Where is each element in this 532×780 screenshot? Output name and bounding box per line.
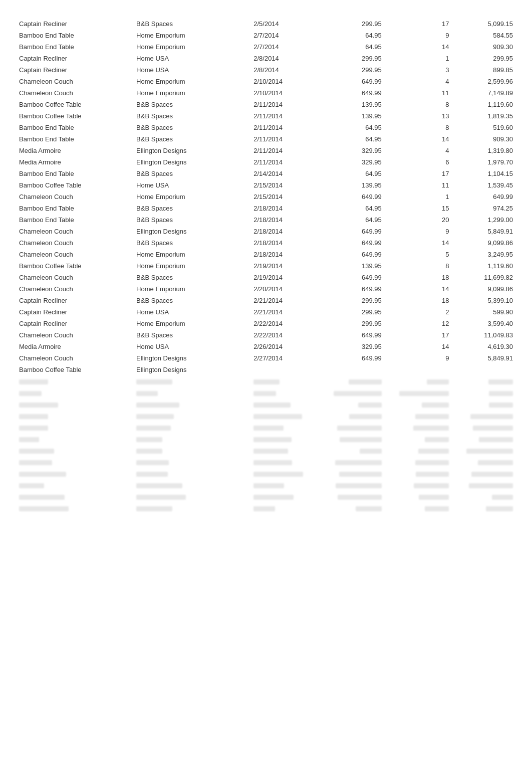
table-cell: 64.95 — [320, 41, 386, 53]
table-cell-blurred — [249, 445, 320, 456]
table-row: Bamboo End TableHome Emporium2/7/201464.… — [15, 41, 517, 53]
table-row: Chameleon CouchHome Emporium2/15/2014649… — [15, 191, 517, 203]
table-cell: 2/7/2014 — [249, 30, 320, 41]
table-cell-blurred — [386, 375, 453, 387]
table-cell: 2/21/2014 — [249, 295, 320, 306]
table-cell: Ellington Designs — [132, 364, 249, 375]
table-row: Bamboo End TableHome Emporium2/7/201464.… — [15, 30, 517, 41]
table-cell: 899.85 — [453, 64, 517, 76]
table-cell: Bamboo End Table — [15, 133, 132, 145]
table-cell-blurred — [15, 433, 132, 445]
table-cell-blurred — [15, 410, 132, 422]
table-cell: B&B Spaces — [132, 295, 249, 306]
table-cell: 2/21/2014 — [249, 306, 320, 318]
table-row: Chameleon CouchHome Emporium2/10/2014649… — [15, 87, 517, 99]
table-cell-blurred — [132, 456, 249, 468]
table-cell: 18 — [386, 295, 453, 306]
table-cell: Bamboo Coffee Table — [15, 260, 132, 272]
table-cell: Home Emporium — [132, 87, 249, 99]
table-cell-blurred — [249, 375, 320, 387]
table-cell: 11,049.83 — [453, 329, 517, 341]
table-row-blurred — [15, 479, 517, 491]
table-cell: Captain Recliner — [15, 53, 132, 64]
table-cell-blurred — [249, 491, 320, 502]
table-cell: Ellington Designs — [132, 352, 249, 364]
table-cell: 14 — [386, 41, 453, 53]
table-cell: 329.95 — [320, 341, 386, 352]
table-cell: B&B Spaces — [132, 237, 249, 249]
table-cell: B&B Spaces — [132, 272, 249, 283]
table-row: Captain ReclinerHome Emporium2/22/201429… — [15, 318, 517, 329]
table-cell: 299.95 — [453, 53, 517, 64]
table-cell-blurred — [132, 375, 249, 387]
table-row-blurred — [15, 375, 517, 387]
table-cell: Home USA — [132, 306, 249, 318]
table-cell: 299.95 — [320, 295, 386, 306]
table-cell: 139.95 — [320, 179, 386, 191]
table-cell: 2/10/2014 — [249, 87, 320, 99]
table-cell: Bamboo End Table — [15, 41, 132, 53]
table-cell: 299.95 — [320, 18, 386, 30]
table-cell: Chameleon Couch — [15, 272, 132, 283]
table-cell: 139.95 — [320, 99, 386, 110]
table-cell-blurred — [386, 468, 453, 479]
table-cell: 8 — [386, 260, 453, 272]
table-row-blurred — [15, 456, 517, 468]
table-cell: 1,119.60 — [453, 99, 517, 110]
table-cell-blurred — [15, 456, 132, 468]
table-cell: Home Emporium — [132, 41, 249, 53]
table-row-blurred — [15, 387, 517, 399]
table-row: Captain ReclinerHome USA2/8/2014299.9512… — [15, 53, 517, 64]
table-cell: 2/20/2014 — [249, 283, 320, 295]
table-cell: 584.55 — [453, 30, 517, 41]
table-cell-blurred — [453, 502, 517, 514]
table-cell-blurred — [453, 479, 517, 491]
table-cell: 9 — [386, 30, 453, 41]
table-cell-blurred — [320, 422, 386, 433]
table-cell: 1,979.70 — [453, 156, 517, 168]
table-cell: 11 — [386, 87, 453, 99]
table-cell: 17 — [386, 168, 453, 179]
table-cell-blurred — [249, 433, 320, 445]
table-cell: 2/5/2014 — [249, 18, 320, 30]
table-cell: 2/15/2014 — [249, 191, 320, 203]
table-cell: 2/15/2014 — [249, 179, 320, 191]
table-cell: Ellington Designs — [132, 156, 249, 168]
table-cell: Bamboo Coffee Table — [15, 179, 132, 191]
table-cell: Home Emporium — [132, 260, 249, 272]
table-cell-blurred — [15, 468, 132, 479]
table-cell: 7,149.89 — [453, 87, 517, 99]
table-cell-blurred — [132, 491, 249, 502]
table-cell: 13 — [386, 110, 453, 122]
table-cell: 2/11/2014 — [249, 110, 320, 122]
table-cell: Chameleon Couch — [15, 249, 132, 260]
table-cell: Media Armoire — [15, 341, 132, 352]
table-cell: 2/10/2014 — [249, 76, 320, 87]
table-row-blurred — [15, 445, 517, 456]
table-cell: 649.99 — [320, 352, 386, 364]
table-cell-blurred — [386, 433, 453, 445]
table-cell: 2/7/2014 — [249, 41, 320, 53]
table-cell-blurred — [132, 422, 249, 433]
table-cell: 299.95 — [320, 318, 386, 329]
table-cell-blurred — [320, 479, 386, 491]
table-cell: Ellington Designs — [132, 226, 249, 237]
table-row: Media ArmoireHome USA2/26/2014329.95144,… — [15, 341, 517, 352]
table-cell: 2/18/2014 — [249, 203, 320, 214]
table-cell: 18 — [386, 272, 453, 283]
table-row: Bamboo Coffee TableHome Emporium2/19/201… — [15, 260, 517, 272]
table-cell: Bamboo End Table — [15, 30, 132, 41]
table-cell: 649.99 — [320, 272, 386, 283]
table-cell: 5,849.91 — [453, 226, 517, 237]
table-cell-blurred — [15, 387, 132, 399]
table-cell: 11 — [386, 179, 453, 191]
table-cell: Chameleon Couch — [15, 87, 132, 99]
table-cell: 2/18/2014 — [249, 237, 320, 249]
table-row-blurred — [15, 468, 517, 479]
table-cell: 4 — [386, 145, 453, 156]
table-cell: 9,099.86 — [453, 283, 517, 295]
table-cell: 649.99 — [320, 87, 386, 99]
table-cell-blurred — [386, 491, 453, 502]
table-cell-blurred — [453, 422, 517, 433]
table-cell: 909.30 — [453, 133, 517, 145]
